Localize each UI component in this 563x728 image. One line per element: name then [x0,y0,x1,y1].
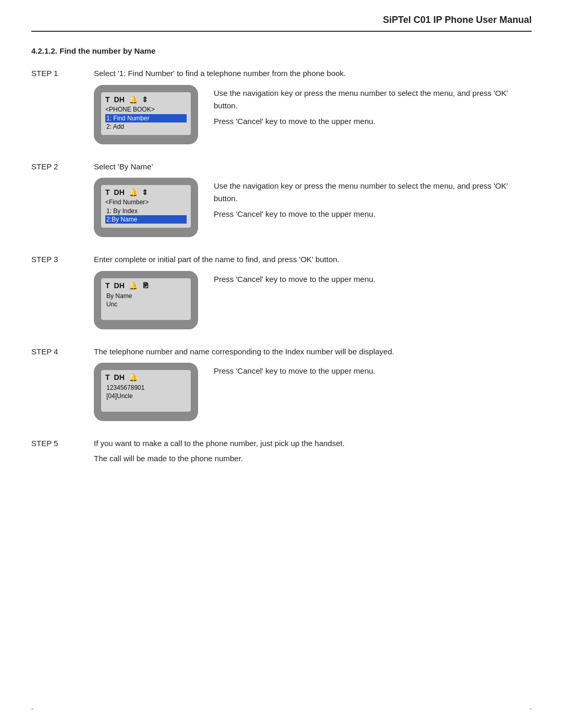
phone-menu-title-1: <PHONE BOOK> [105,106,187,113]
desc-paragraph: Press 'Cancel' key to move to the upper … [214,273,532,286]
step-row-3: TDH🔔🖹By NameUncPress 'Cancel' key to mov… [31,271,532,329]
status-bar-3: TDH🔔🖹 [105,281,187,290]
status-icon: ⇕ [142,188,148,196]
step-phone-desc-2: TDH🔔⇕<Find Number>1: By Index2:By NameUs… [94,178,532,237]
desc-paragraph: Press 'Cancel' key to move to the upper … [214,208,532,220]
step-label-text-2: STEP 2 [31,161,94,171]
step-row-1: TDH🔔⇕<PHONE BOOK>1: Find Number2: AddUse… [31,85,532,144]
phone-menu-item-1-0: 1: Find Number [105,114,187,122]
status-icon: DH [114,188,125,196]
step-content-text-5: If you want to make a call to the phone … [94,438,532,464]
step-content-text-4: The telephone number and name correspond… [94,346,532,358]
header-divider [31,31,532,32]
phone-menu-item-2-0: 1: By Index [105,207,187,215]
step-text-row-1: STEP 1Select '1: Find Number' to find a … [31,68,532,80]
step-content-text-1: Select '1: Find Number' to find a teleph… [94,68,532,80]
status-icon: 🔔 [129,95,138,104]
step-label-2 [31,178,94,179]
footer-right: - [530,705,532,712]
step-desc-4: Press 'Cancel' key to move to the upper … [214,363,532,380]
section-title: 4.2.1.2. Find the number by Name [31,46,532,55]
step-row-4: TDH🔔12345678901[04]UnclePress 'Cancel' k… [31,363,532,421]
step-content-text-3: Enter complete or initial part of the na… [94,254,532,266]
status-icon: T [105,373,110,381]
phone-mockup-3: TDH🔔🖹By NameUnc [94,271,198,329]
status-icon: 🔔 [129,188,138,196]
step-desc-1: Use the navigation key or press the menu… [214,85,532,131]
status-icon: DH [114,95,125,104]
step-label-text-4: STEP 4 [31,346,94,356]
phone-menu-item-4-1: [04]Uncle [105,392,187,400]
status-icon: DH [114,281,125,290]
phone-screen-4: TDH🔔12345678901[04]Uncle [101,370,191,412]
phone-menu-title-2: <Find Number> [105,199,187,206]
desc-paragraph: Press 'Cancel' key to move to the upper … [214,115,532,128]
step-phone-desc-4: TDH🔔12345678901[04]UnclePress 'Cancel' k… [94,363,532,421]
desc-paragraph: Use the navigation key or press the menu… [214,87,532,112]
page-header: SiPTel C01 IP Phone User Manual [0,0,563,31]
phone-screen-3: TDH🔔🖹By NameUnc [101,278,191,320]
step-phone-desc-1: TDH🔔⇕<PHONE BOOK>1: Find Number2: AddUse… [94,85,532,144]
step-row-2: TDH🔔⇕<Find Number>1: By Index2:By NameUs… [31,178,532,237]
phone-menu-item-2-1: 2:By Name [105,215,187,224]
step-label-text-3: STEP 3 [31,254,94,264]
step-label-1 [31,85,94,86]
phone-mockup-1: TDH🔔⇕<PHONE BOOK>1: Find Number2: Add [94,85,198,144]
status-bar-4: TDH🔔 [105,373,187,381]
step-text-row-4: STEP 4The telephone number and name corr… [31,346,532,358]
phone-mockup-4: TDH🔔12345678901[04]Uncle [94,363,198,421]
status-icon: T [105,281,110,290]
phone-menu-item-1-1: 2: Add [105,122,187,131]
step-text-row-2: STEP 2Select 'By Name' [31,161,532,173]
phone-menu-item-3-1: Unc [105,300,187,309]
status-icon: DH [114,373,125,381]
step-desc-2: Use the navigation key or press the menu… [214,178,532,224]
desc-paragraph: Press 'Cancel' key to move to the upper … [214,365,532,377]
step-label-text-1: STEP 1 [31,68,94,78]
step-phone-desc-3: TDH🔔🖹By NameUncPress 'Cancel' key to mov… [94,271,532,329]
desc-paragraph: Use the navigation key or press the menu… [214,180,532,205]
status-bar-1: TDH🔔⇕ [105,95,187,104]
status-icon: 🔔 [129,373,138,381]
step-label-3 [31,271,94,272]
phone-mockup-2: TDH🔔⇕<Find Number>1: By Index2:By Name [94,178,198,237]
step-content-text-2: Select 'By Name' [94,161,532,173]
step-text-row-3: STEP 3Enter complete or initial part of … [31,254,532,266]
step-main-text: If you want to make a call to the phone … [94,438,532,450]
step-label-4 [31,363,94,364]
page-footer: - - [31,705,532,712]
footer-left: - [31,705,33,712]
step-desc-3: Press 'Cancel' key to move to the upper … [214,271,532,289]
phone-menu-item-4-0: 12345678901 [105,384,187,392]
step-label-text-5: STEP 5 [31,438,94,448]
status-icon: 🖹 [142,281,149,290]
status-icon: T [105,188,110,196]
phone-screen-2: TDH🔔⇕<Find Number>1: By Index2:By Name [101,185,191,228]
phone-menu-item-3-0: By Name [105,292,187,300]
phone-screen-1: TDH🔔⇕<PHONE BOOK>1: Find Number2: Add [101,92,191,135]
step-sub-text: The call will be made to the phone numbe… [94,453,532,465]
status-bar-2: TDH🔔⇕ [105,188,187,196]
status-icon: 🔔 [129,281,138,290]
status-icon: ⇕ [142,95,148,104]
step-text-row-5: STEP 5If you want to make a call to the … [31,438,532,464]
status-icon: T [105,95,110,104]
